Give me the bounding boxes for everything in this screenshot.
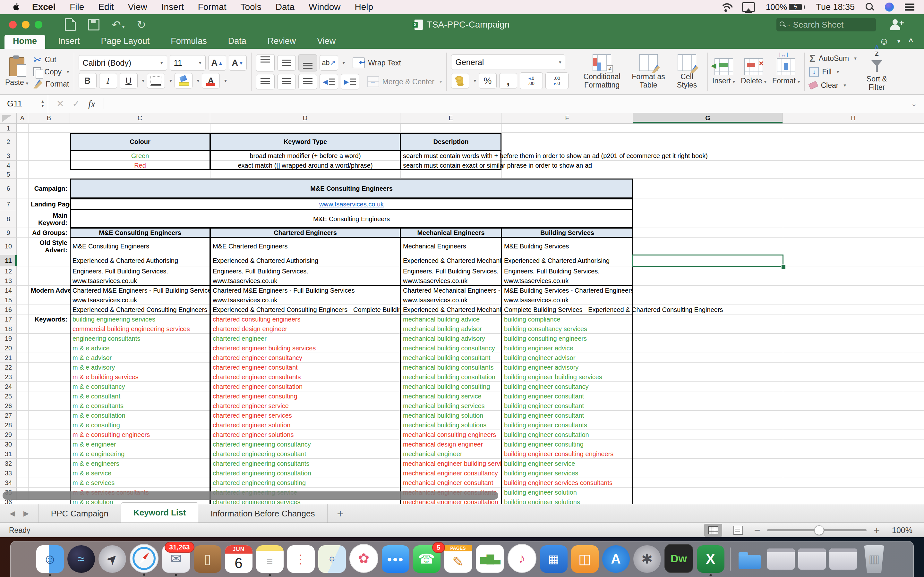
cell-B10[interactable]: Old Style Advert: <box>28 237 70 255</box>
copy-button[interactable]: Copy▾ <box>33 66 69 77</box>
row-header-32[interactable]: 32 <box>0 459 17 468</box>
cell-C6[interactable]: M&E Consulting Engineers <box>70 179 633 198</box>
dock-minimized-window-3[interactable] <box>829 548 857 570</box>
siri-icon[interactable] <box>885 3 894 11</box>
dock-keynote[interactable]: ▦ <box>540 545 567 573</box>
row-header-12[interactable]: 12 <box>0 266 17 276</box>
cell-F36[interactable]: building engineer solutions <box>501 497 633 504</box>
row-header-1[interactable]: 1 <box>0 124 17 133</box>
cell-E28[interactable]: mechanical building solutions <box>401 420 501 430</box>
cell-E17[interactable]: mechanical building advice <box>401 314 501 324</box>
row-header-17[interactable]: 17 <box>0 314 17 324</box>
menu-view[interactable]: View <box>128 2 147 12</box>
font-color-button[interactable]: A <box>202 73 220 89</box>
cell-E11[interactable]: Experienced & Chartered Mechanic <box>401 255 501 266</box>
cell-D24[interactable]: chartered engineer consultation <box>210 382 401 392</box>
cell-D9[interactable]: Chartered Engineers <box>210 228 401 237</box>
cell-C17[interactable]: building engineering services <box>70 314 210 324</box>
menu-window[interactable]: Window <box>309 2 341 12</box>
spotlight-icon[interactable] <box>866 3 874 11</box>
cell-C30[interactable]: m & e engineer <box>70 440 210 449</box>
cell-E10[interactable]: Mechanical Engineers <box>401 237 501 255</box>
ribbon-tab-view[interactable]: View <box>309 35 344 49</box>
cell-F32[interactable]: building engineer service <box>501 459 633 468</box>
cell-F31[interactable]: building engineer consulting engineers <box>501 449 633 459</box>
cell-C19[interactable]: engineering consultants <box>70 334 210 343</box>
search-sheet-input[interactable] <box>792 19 873 30</box>
row-header-34[interactable]: 34 <box>0 478 17 488</box>
cell-D19[interactable]: chartered engineer <box>210 334 401 343</box>
cell-C27[interactable]: m & e consultation <box>70 411 210 420</box>
cell-E15[interactable]: www.tsaservices.co.uk <box>401 295 501 305</box>
cell-C25[interactable]: m & e consultant <box>70 392 210 401</box>
cell-B8[interactable]: Main Keyword: <box>28 210 70 228</box>
cell-D23[interactable]: chartered engineer consultants <box>210 372 401 382</box>
cell-E4[interactable]: search must contain exact or similar phr… <box>401 161 501 170</box>
notification-center-icon[interactable] <box>905 3 914 11</box>
cell-E26[interactable]: mechanical building services <box>401 401 501 411</box>
cell-D32[interactable]: chartered engineering consultants <box>210 459 401 468</box>
row-header-14[interactable]: 14 <box>0 285 17 295</box>
cell-C9[interactable]: M&E Consulting Engineers <box>70 228 210 237</box>
cancel-entry-icon[interactable]: ✕ <box>57 98 64 109</box>
new-workbook-button[interactable] <box>65 18 76 31</box>
dock-contacts[interactable]: ▯ <box>194 545 221 573</box>
cell-D3[interactable]: broad match modifier (+ before a word) <box>210 151 401 161</box>
cell-E22[interactable]: mechanical building consultants <box>401 363 501 372</box>
cell-C23[interactable]: m & e building services <box>70 372 210 382</box>
cell-E32[interactable]: mechanical engineer building servic <box>401 459 501 468</box>
align-left-button[interactable] <box>256 74 275 89</box>
align-middle-button[interactable] <box>277 55 296 71</box>
row-header-8[interactable]: 8 <box>0 210 17 228</box>
cell-C18[interactable]: commercial building engineering services <box>70 324 210 334</box>
cell-E23[interactable]: mechanical building consultation <box>401 372 501 382</box>
row-header-25[interactable]: 25 <box>0 392 17 401</box>
menu-tools[interactable]: Tools <box>240 2 261 12</box>
cell-C26[interactable]: m & e consultants <box>70 401 210 411</box>
align-bottom-button[interactable] <box>298 54 317 71</box>
cell-B14[interactable]: Modern Advert: <box>28 285 70 295</box>
cell-F18[interactable]: building consultancy services <box>501 324 633 334</box>
insert-cells-button[interactable]: ◀ Insert▾ <box>712 58 735 85</box>
column-header-B[interactable]: B <box>28 113 70 123</box>
paste-button[interactable]: Paste▾ <box>5 57 28 87</box>
cell-D34[interactable]: chartered engineering consulting <box>210 478 401 488</box>
cell-D25[interactable]: chartered engineer consulting <box>210 392 401 401</box>
row-header-2[interactable]: 2 <box>0 133 17 151</box>
cell-D29[interactable]: chartered engineer solutions <box>210 430 401 440</box>
cell-E24[interactable]: mechanical building consulting <box>401 382 501 392</box>
zoom-slider[interactable] <box>767 529 867 531</box>
cell-F17[interactable]: building compliance <box>501 314 633 324</box>
apple-menu-icon[interactable] <box>11 2 21 12</box>
orientation-button[interactable]: ab↗ <box>320 55 338 71</box>
cell-E12[interactable]: Engineers. Full Building Services. <box>401 266 501 276</box>
dock-finder[interactable]: ☺ <box>36 545 64 573</box>
dock-system-preferences[interactable]: ✱ <box>633 545 661 573</box>
menu-help[interactable]: Help <box>355 2 373 12</box>
delete-cells-button[interactable]: ✕ Delete▾ <box>741 58 766 85</box>
increase-indent-button[interactable]: ▶ <box>341 74 359 89</box>
currency-format-button[interactable] <box>451 73 469 89</box>
cell-B7[interactable]: Landing Page: <box>28 198 70 210</box>
column-header-A[interactable]: A <box>17 113 28 123</box>
ribbon-tab-insert[interactable]: Insert <box>50 35 88 49</box>
dock-itunes[interactable]: ♪ <box>507 544 536 573</box>
align-right-button[interactable] <box>298 74 317 89</box>
select-all-corner[interactable] <box>0 113 17 123</box>
menu-excel[interactable]: Excel <box>32 2 55 12</box>
cell-D4[interactable]: exact match ([] wrapped around a word/ph… <box>210 161 401 170</box>
cell-E19[interactable]: mechanical building advisory <box>401 334 501 343</box>
cell-C33[interactable]: m & e service <box>70 468 210 478</box>
dock-app-store[interactable]: A <box>602 545 630 573</box>
cell-F34[interactable]: building engineer services consultants <box>501 478 633 488</box>
cut-button[interactable]: ✂Cut <box>33 54 69 65</box>
cell-D11[interactable]: Experienced & Chartered Authorising <box>210 255 401 266</box>
airplay-icon[interactable] <box>742 2 755 12</box>
cell-F28[interactable]: building engineer consultants <box>501 420 633 430</box>
autosum-button[interactable]: ΣAutoSum▾ <box>809 53 856 64</box>
cell-D22[interactable]: chartered engineer consultant <box>210 363 401 372</box>
cell-E33[interactable]: mechanical engineer consultancy <box>401 468 501 478</box>
cell-D27[interactable]: chartered engineer services <box>210 411 401 420</box>
dock-excel[interactable]: X <box>697 545 724 573</box>
cell-F15[interactable]: www.tsaservices.co.uk <box>501 295 633 305</box>
